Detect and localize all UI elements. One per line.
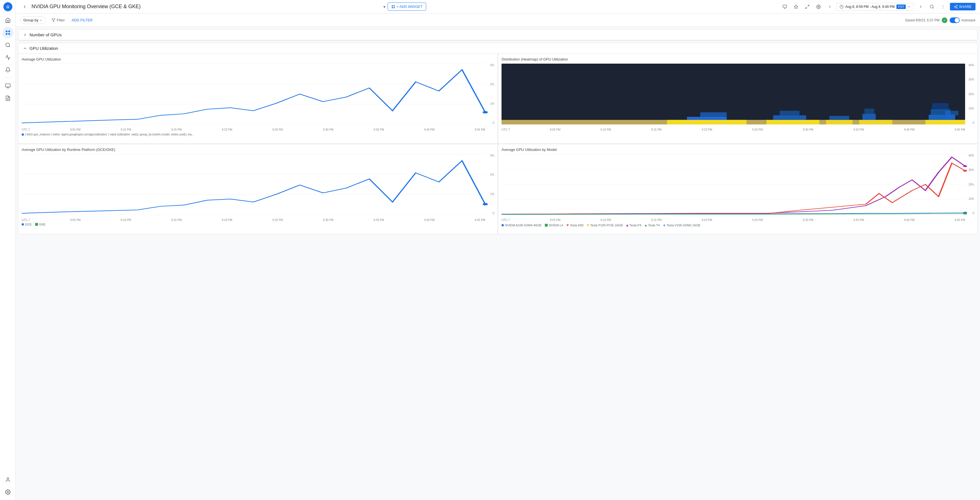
- sidebar-item-settings[interactable]: [2, 487, 13, 498]
- search-button[interactable]: [928, 2, 936, 11]
- saved-text: Saved 8/9/23, 6:37 PM: [905, 18, 940, 22]
- sidebar-item-alerting[interactable]: [2, 64, 13, 75]
- y-axis-runtime: 3% 2% 1% 0: [486, 154, 494, 215]
- favorite-button[interactable]: [792, 2, 800, 11]
- title-chevron[interactable]: ▾: [383, 5, 385, 9]
- legend-dot-gce: [22, 223, 24, 225]
- back-button[interactable]: [20, 2, 29, 11]
- toggle-track[interactable]: [950, 18, 960, 23]
- next-time-button[interactable]: [916, 2, 925, 11]
- filterbar: Group by Filter ADD FILTER Saved 8/9/23,…: [16, 13, 980, 27]
- svg-rect-49: [780, 111, 800, 115]
- tv-mode-button[interactable]: [780, 2, 789, 11]
- section-number-of-gpus: Number of GPUs: [18, 29, 978, 40]
- y-label-3: 3%: [490, 64, 494, 67]
- x-930: 9:30 PM: [323, 128, 333, 131]
- sidebar-item-metrics[interactable]: [2, 52, 13, 63]
- svg-rect-4: [6, 33, 7, 35]
- svg-rect-5: [8, 33, 10, 35]
- sidebar-item-profile[interactable]: [2, 474, 13, 486]
- svg-point-42: [483, 111, 488, 113]
- chart-title-runtime: Average GPU Utilization by Runtime Platf…: [22, 147, 494, 152]
- x-910: 9:10 PM: [121, 128, 131, 131]
- x-925: 9:25 PM: [272, 128, 283, 131]
- legend-label-gke: GKE: [39, 223, 46, 226]
- section-header-gpus[interactable]: Number of GPUs: [18, 30, 977, 40]
- svg-text:G: G: [6, 5, 9, 9]
- svg-line-24: [806, 7, 807, 8]
- svg-rect-48: [773, 115, 806, 120]
- legend-p100: Tesla P100-PCIE-16GB: [587, 224, 623, 227]
- x-915: 9:15 PM: [171, 128, 182, 131]
- chart-avg-gpu-util: Average GPU Utilization 3% 2% 1% 0: [18, 54, 498, 144]
- sidebar-item-home[interactable]: [2, 14, 13, 26]
- legend-cross-v100: +: [663, 223, 665, 227]
- svg-rect-46: [700, 112, 727, 117]
- legend-tri-k80: [566, 224, 569, 226]
- share-label: SHARE: [959, 5, 972, 9]
- autosave-label: Autosave: [961, 18, 975, 22]
- svg-rect-55: [926, 120, 965, 125]
- svg-line-36: [955, 6, 956, 6]
- svg-rect-8: [5, 84, 10, 87]
- y-axis-heatmap: 40% 30% 20% 10% 0: [966, 64, 974, 125]
- svg-point-13: [7, 478, 9, 480]
- svg-rect-15: [392, 5, 393, 6]
- svg-rect-47: [767, 120, 819, 125]
- prev-time-button[interactable]: [825, 2, 834, 11]
- x-920: 9:20 PM: [222, 128, 232, 131]
- settings-button[interactable]: [814, 2, 823, 11]
- y-axis-avg: 3% 2% 1% 0: [486, 64, 494, 125]
- sidebar: G: [0, 0, 16, 500]
- legend-label-p100: Tesla P100-PCIE-16GB: [590, 224, 623, 227]
- svg-marker-37: [52, 19, 56, 22]
- save-status-icon: ✓: [942, 18, 947, 23]
- svg-point-30: [943, 6, 943, 7]
- section-title-gpus: Number of GPUs: [30, 32, 62, 37]
- legend-model: NVIDIA A100-SXM4-40GB NVIDIA L4 Tesla K8…: [501, 223, 974, 227]
- sidebar-item-logs[interactable]: [2, 93, 13, 104]
- sidebar-item-dashboards[interactable]: [2, 27, 13, 38]
- svg-point-31: [943, 8, 943, 8]
- sidebar-item-monitor[interactable]: [2, 80, 13, 91]
- sidebar-divider-1: [3, 78, 13, 78]
- add-filter-button[interactable]: ADD FILTER: [70, 17, 94, 24]
- x-axis-heatmap: UTC-7 9:05 PM 9:10 PM 9:15 PM 9:20 PM 9:…: [501, 126, 965, 131]
- fullscreen-button[interactable]: [803, 2, 812, 11]
- autosave-toggle[interactable]: Autosave: [950, 18, 975, 23]
- filter-button[interactable]: Filter: [49, 17, 67, 24]
- app-logo: G: [3, 2, 13, 11]
- filter-label: Filter: [57, 18, 65, 22]
- svg-rect-59: [945, 111, 958, 115]
- add-widget-button[interactable]: + ADD WIDGET: [388, 3, 426, 11]
- svg-rect-54: [864, 109, 874, 114]
- legend-p4: Tesla P4: [626, 224, 641, 227]
- svg-rect-56: [929, 115, 955, 120]
- more-options-button[interactable]: [939, 2, 948, 11]
- legend-label-t4: Tesla T4: [648, 224, 660, 227]
- svg-point-14: [7, 492, 8, 493]
- dashboard-content: Number of GPUs GPU Utilization Average G…: [16, 27, 980, 500]
- legend-label-p4: Tesla P4: [630, 224, 641, 227]
- svg-rect-17: [392, 7, 393, 8]
- svg-rect-52: [859, 120, 892, 125]
- legend-gke: GKE: [35, 223, 46, 226]
- svg-point-29: [943, 5, 943, 6]
- x-945: 9:45 PM: [475, 128, 485, 131]
- sidebar-item-explore[interactable]: [2, 40, 13, 51]
- legend-label-v100: Tesla V100-SXM2-16GB: [667, 224, 700, 227]
- share-button[interactable]: SHARE: [950, 3, 975, 10]
- section-header-util[interactable]: GPU Utilization: [18, 43, 977, 54]
- legend-label-k80: Tesla K80: [570, 224, 583, 227]
- legend-tri-p4: [626, 224, 628, 226]
- topbar: NVIDIA GPU Monitoring Overview (GCE & GK…: [16, 0, 980, 13]
- svg-line-35: [955, 7, 956, 7]
- chart-plot-runtime: [22, 154, 485, 215]
- query-info-avg: { fetch gce_instance | metric 'agent.goo…: [22, 133, 494, 136]
- svg-point-73: [963, 212, 967, 214]
- svg-point-33: [955, 6, 956, 7]
- svg-point-32: [956, 5, 958, 6]
- query-text-avg: { fetch gce_instance | metric 'agent.goo…: [25, 133, 194, 136]
- time-range-button[interactable]: Aug 8, 8:59 PM - Aug 8, 9:49 PM PST: [837, 3, 914, 11]
- group-by-button[interactable]: Group by: [20, 16, 46, 24]
